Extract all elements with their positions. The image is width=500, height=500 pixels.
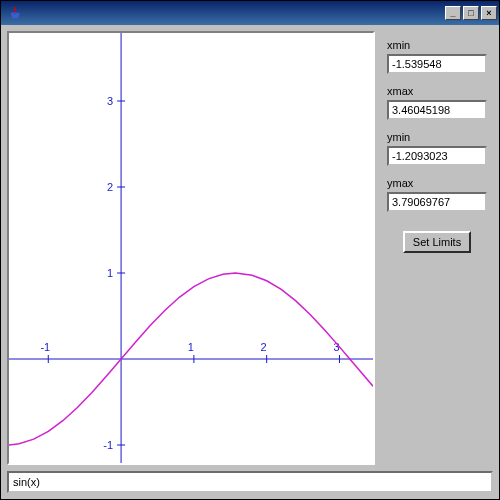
close-button[interactable]: × xyxy=(481,6,497,20)
svg-text:-1: -1 xyxy=(103,439,113,451)
ymax-label: ymax xyxy=(387,177,487,189)
minimize-button[interactable]: _ xyxy=(445,6,461,20)
titlebar: _ □ × xyxy=(1,1,499,25)
client-area: -1123-1123 xmin xmax ymin ymax Set Limit… xyxy=(1,25,499,499)
xmin-input[interactable] xyxy=(387,54,487,74)
svg-text:1: 1 xyxy=(107,267,113,279)
svg-text:2: 2 xyxy=(107,181,113,193)
svg-text:2: 2 xyxy=(261,341,267,353)
svg-text:-1: -1 xyxy=(40,341,50,353)
ymax-input[interactable] xyxy=(387,192,487,212)
main-row: -1123-1123 xmin xmax ymin ymax Set Limit… xyxy=(7,31,493,465)
xmin-label: xmin xyxy=(387,39,487,51)
ymin-label: ymin xyxy=(387,131,487,143)
maximize-button[interactable]: □ xyxy=(463,6,479,20)
limits-panel: xmin xmax ymin ymax Set Limits xyxy=(381,31,493,465)
plot-canvas: -1123-1123 xyxy=(9,33,373,463)
ymin-input[interactable] xyxy=(387,146,487,166)
set-limits-button[interactable]: Set Limits xyxy=(403,231,471,253)
plot-area[interactable]: -1123-1123 xyxy=(7,31,375,465)
xmax-input[interactable] xyxy=(387,100,487,120)
svg-text:1: 1 xyxy=(188,341,194,353)
xmax-label: xmax xyxy=(387,85,487,97)
app-window: _ □ × -1123-1123 xmin xmax ymin ymax Set… xyxy=(0,0,500,500)
window-buttons: _ □ × xyxy=(445,6,497,20)
java-icon xyxy=(7,5,23,21)
svg-text:3: 3 xyxy=(107,95,113,107)
expression-input[interactable] xyxy=(7,471,493,493)
